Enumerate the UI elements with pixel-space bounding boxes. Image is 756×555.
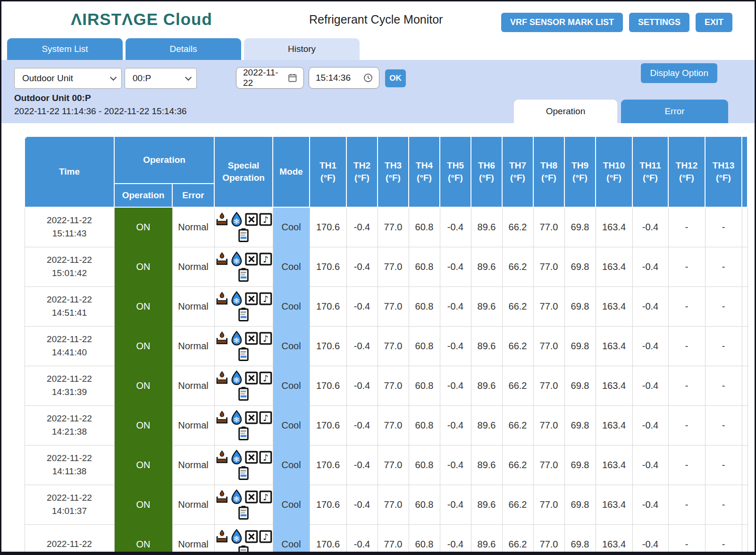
column-header-th13: TH13(°F) xyxy=(705,136,742,207)
th3-value-cell: 77.0 xyxy=(378,247,409,286)
mode-cell: Cool xyxy=(273,286,310,326)
th10-value-cell: 163.4 xyxy=(596,405,632,445)
exit-button[interactable]: EXIT xyxy=(696,13,732,32)
column-header-th6: TH6(°F) xyxy=(471,136,502,207)
history-table-body: 2022-11-2215:11:43ONNormal ❄ ♪ Cool xyxy=(25,207,748,555)
unit-type-select[interactable]: Outdoor Unit xyxy=(14,68,122,89)
th2-value-cell: -0.4 xyxy=(346,286,378,326)
th12-value-cell: - xyxy=(668,247,705,286)
error-status-cell: Normal xyxy=(172,445,214,485)
th8-value-cell: 77.0 xyxy=(533,247,564,286)
th11-value-cell: -0.4 xyxy=(632,326,668,366)
error-status-cell: Normal xyxy=(172,286,214,326)
th3-value-cell: 77.0 xyxy=(378,485,409,524)
th13-value-cell: - xyxy=(705,524,742,555)
th11-value-cell: -0.4 xyxy=(632,366,668,405)
tab-operation-view[interactable]: Operation xyxy=(514,100,617,123)
mode-cell: Cool xyxy=(273,366,310,405)
tab-error-view[interactable]: Error xyxy=(621,100,728,123)
column-header-th5: TH5(°F) xyxy=(440,136,471,207)
th9-value-cell: 69.8 xyxy=(564,207,596,247)
operation-status-cell: ON xyxy=(114,485,172,524)
special-operation-icons xyxy=(215,505,273,520)
th5-value-cell: -0.4 xyxy=(440,286,471,326)
table-row: 2022-11-22ONNormal ❄ ♪ Cool170.6-0. xyxy=(25,524,748,555)
airstage-cloud-logo: ΛIRSTΛGE Cloud xyxy=(71,10,212,29)
column-header-th9: TH9(°F) xyxy=(564,136,596,207)
vrf-sensor-mark-list-button[interactable]: VRF SENSOR MARK LIST xyxy=(501,13,623,32)
music-note-box-icon: ♪ xyxy=(259,331,273,345)
th10-value-cell: 163.4 xyxy=(596,247,632,286)
row-end-spacer-cell xyxy=(742,366,748,405)
music-note-box-icon: ♪ xyxy=(259,212,273,227)
tab-history[interactable]: History xyxy=(244,38,360,60)
th3-value-cell: 77.0 xyxy=(378,524,409,555)
special-operation-cell: ❄ ♪ xyxy=(214,366,273,405)
capacity-gauge-icon xyxy=(236,545,251,555)
display-option-button[interactable]: Display Option xyxy=(641,63,717,83)
th8-value-cell: 77.0 xyxy=(533,485,564,524)
unit-id-selected-value: 00:P xyxy=(133,73,151,84)
th8-value-cell: 77.0 xyxy=(533,207,564,247)
time-cell: 2022-11-2214:21:38 xyxy=(25,405,114,445)
operation-status-cell: ON xyxy=(114,366,172,405)
music-note-box-icon: ♪ xyxy=(259,411,273,425)
th9-value-cell: 69.8 xyxy=(564,405,596,445)
svg-text:❄: ❄ xyxy=(234,217,240,226)
special-operation-icons: ❄ ♪ xyxy=(215,450,273,465)
tab-details[interactable]: Details xyxy=(126,38,241,60)
x-mark-box-icon xyxy=(244,450,259,464)
date-input[interactable]: 2022-11-22 xyxy=(236,67,304,89)
th2-value-cell: -0.4 xyxy=(346,207,378,247)
tab-system-list[interactable]: System List xyxy=(7,38,123,60)
chevron-down-icon xyxy=(185,74,192,81)
th7-value-cell: 66.2 xyxy=(502,366,533,405)
th3-value-cell: 77.0 xyxy=(378,445,409,485)
date-value: 2022-11-22 xyxy=(243,67,287,88)
oil-recovery-icon xyxy=(215,252,229,267)
svg-text:❄: ❄ xyxy=(234,257,240,266)
ok-button[interactable]: OK xyxy=(385,69,406,87)
svg-text:♪: ♪ xyxy=(263,215,269,225)
oil-recovery-icon xyxy=(215,212,229,227)
topbar-buttons: VRF SENSOR MARK LIST SETTINGS EXIT xyxy=(501,13,732,32)
unit-id-select[interactable]: 00:P xyxy=(125,68,197,89)
th9-value-cell: 69.8 xyxy=(564,366,596,405)
th1-value-cell: 170.6 xyxy=(310,286,346,326)
special-operation-icons xyxy=(215,386,273,401)
settings-button[interactable]: SETTINGS xyxy=(629,13,689,32)
th11-value-cell: -0.4 xyxy=(632,445,668,485)
selected-unit-label: Outdoor Unit 00:P xyxy=(14,93,91,103)
th10-value-cell: 163.4 xyxy=(596,207,632,247)
mode-cell: Cool xyxy=(273,247,310,286)
special-operation-icons xyxy=(215,426,273,441)
defrost-icon: ❄ xyxy=(229,450,244,465)
music-note-box-icon: ♪ xyxy=(259,252,273,266)
defrost-icon: ❄ xyxy=(229,212,244,227)
column-header-th2: TH2(°F) xyxy=(346,136,378,207)
th6-value-cell: 89.6 xyxy=(471,207,502,247)
th6-value-cell: 89.6 xyxy=(471,247,502,286)
th5-value-cell: -0.4 xyxy=(440,405,471,445)
th9-value-cell: 69.8 xyxy=(564,445,596,485)
column-header-th8: TH8(°F) xyxy=(533,136,564,207)
row-end-spacer-cell xyxy=(742,286,748,326)
history-table-container: Time Operation Special Operation Mode TH… xyxy=(24,136,749,555)
history-table: Time Operation Special Operation Mode TH… xyxy=(24,136,748,555)
th7-value-cell: 66.2 xyxy=(502,445,533,485)
th9-value-cell: 69.8 xyxy=(564,485,596,524)
special-operation-cell: ❄ ♪ xyxy=(214,286,273,326)
operation-status-cell: ON xyxy=(114,445,172,485)
capacity-gauge-icon xyxy=(236,267,251,282)
th1-value-cell: 170.6 xyxy=(310,366,346,405)
special-operation-cell: ❄ ♪ xyxy=(214,207,273,247)
mode-cell: Cool xyxy=(273,207,310,247)
special-operation-icons xyxy=(215,227,273,243)
svg-text:♪: ♪ xyxy=(263,254,269,264)
th10-value-cell: 163.4 xyxy=(596,524,632,555)
error-status-cell: Normal xyxy=(172,326,214,366)
th10-value-cell: 163.4 xyxy=(596,366,632,405)
special-operation-icons xyxy=(215,545,273,555)
time-input[interactable]: 15:14:36 xyxy=(309,67,379,89)
th9-value-cell: 69.8 xyxy=(564,247,596,286)
